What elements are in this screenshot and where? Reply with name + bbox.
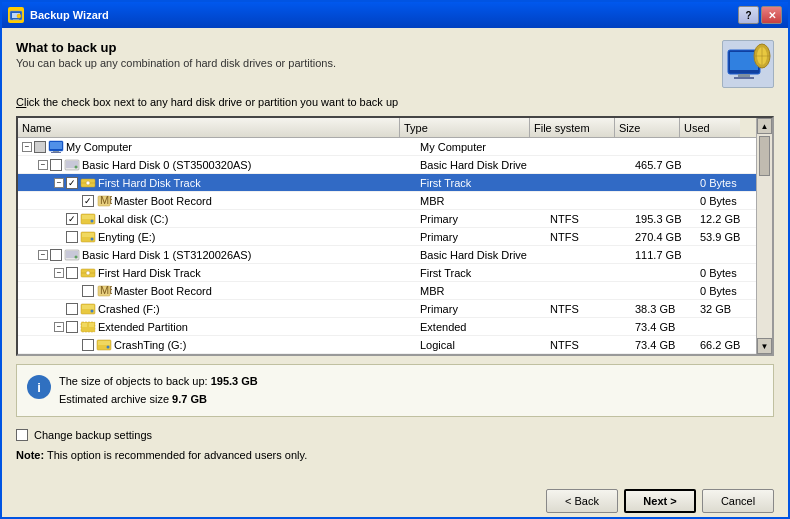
table-row: − Extended Partition Extended 73.4 GB [18, 318, 756, 336]
checkbox[interactable] [66, 231, 78, 243]
col-fs[interactable]: File system [530, 118, 615, 137]
size-cell: 38.3 GB [631, 302, 696, 316]
expand-btn[interactable]: − [38, 160, 48, 170]
size-value: 195.3 GB [211, 375, 258, 387]
used-cell [696, 146, 756, 148]
size-cell: 73.4 GB [631, 320, 696, 334]
expand-btn[interactable]: − [54, 322, 64, 332]
type-cell: First Track [416, 176, 546, 190]
expand-btn[interactable]: − [54, 178, 64, 188]
checkbox[interactable] [66, 177, 78, 189]
archive-label: Estimated archive size [59, 393, 169, 405]
size-cell: 465.7 GB [631, 158, 696, 172]
track-icon [80, 266, 96, 280]
svg-rect-45 [98, 341, 110, 345]
mbr-icon: MBR [96, 194, 112, 208]
fs-cell: NTFS [546, 338, 631, 352]
size-info: The size of objects to back up: 195.3 GB [59, 373, 258, 391]
scroll-down-btn[interactable]: ▼ [757, 338, 772, 354]
next-button[interactable]: Next > [624, 489, 696, 513]
page-subtitle: You can back up any combination of hard … [16, 57, 336, 69]
footer: < Back Next > Cancel [2, 481, 788, 519]
settings-label: Change backup settings [34, 429, 152, 441]
svg-rect-39 [82, 305, 94, 309]
name-cell: Lokal disk (C:) [18, 211, 416, 227]
checkbox[interactable] [66, 267, 78, 279]
header-section: What to back up You can back up any comb… [16, 40, 774, 88]
scroll-thumb[interactable] [759, 136, 770, 176]
settings-checkbox[interactable] [16, 429, 28, 441]
checkbox[interactable] [50, 159, 62, 171]
item-label: CrashTing (G:) [114, 339, 186, 351]
svg-rect-6 [738, 74, 750, 77]
col-used[interactable]: Used [680, 118, 740, 137]
name-cell: MBR Master Boot Record [18, 283, 416, 299]
item-label: Lokal disk (C:) [98, 213, 168, 225]
note-text: Note: This option is recommended for adv… [16, 449, 307, 461]
used-cell: 32 GB [696, 302, 756, 316]
close-button[interactable]: ✕ [761, 6, 782, 24]
col-name[interactable]: Name [18, 118, 400, 137]
svg-rect-2 [13, 19, 19, 20]
checkbox[interactable] [82, 285, 94, 297]
scroll-up-btn[interactable]: ▲ [757, 118, 772, 134]
computer-icon [48, 140, 64, 154]
svg-text:MBR: MBR [100, 194, 112, 206]
item-label: Basic Hard Disk 0 (ST3500320AS) [82, 159, 251, 171]
col-type[interactable]: Type [400, 118, 530, 137]
expand-btn[interactable]: − [22, 142, 32, 152]
size-cell [631, 200, 696, 202]
svg-rect-7 [734, 77, 754, 79]
item-label: Master Boot Record [114, 195, 212, 207]
size-cell [631, 182, 696, 184]
svg-point-21 [86, 181, 90, 185]
svg-point-29 [91, 237, 94, 240]
name-cell: − First Hard Disk Track [18, 265, 416, 281]
help-button[interactable]: ? [738, 6, 759, 24]
type-cell: Primary [416, 230, 546, 244]
item-label: Extended Partition [98, 321, 188, 333]
main-content: What to back up You can back up any comb… [2, 28, 788, 473]
expand-btn[interactable]: − [54, 268, 64, 278]
fs-cell [546, 182, 631, 184]
size-cell [631, 290, 696, 292]
name-cell: − My Computer [18, 139, 416, 155]
checkbox[interactable] [34, 141, 46, 153]
checkbox[interactable] [66, 321, 78, 333]
disk-icon [64, 248, 80, 262]
checkbox[interactable] [82, 195, 94, 207]
svg-rect-13 [50, 142, 62, 149]
scroll-track[interactable] [757, 134, 772, 338]
scrollbar[interactable]: ▲ ▼ [756, 118, 772, 354]
disk-icon [64, 158, 80, 172]
col-size[interactable]: Size [615, 118, 680, 137]
header-icon [722, 40, 774, 88]
fs-cell [546, 272, 631, 274]
table-row: − Basic Hard Disk 0 (ST3500320AS) Basic … [18, 156, 756, 174]
title-bar-left: Backup Wizard [8, 7, 109, 23]
svg-point-46 [107, 345, 110, 348]
table-row: Lokal disk (C:) Primary NTFS 195.3 GB 12… [18, 210, 756, 228]
item-label: First Hard Disk Track [98, 177, 201, 189]
checkbox[interactable] [66, 303, 78, 315]
type-cell: Primary [416, 212, 546, 226]
item-label: My Computer [66, 141, 132, 153]
type-cell: My Computer [416, 140, 546, 154]
back-button[interactable]: < Back [546, 489, 618, 513]
mbr-icon: MBR [96, 284, 112, 298]
checkbox[interactable] [50, 249, 62, 261]
checkbox[interactable] [82, 339, 94, 351]
checkbox[interactable] [66, 213, 78, 225]
fs-cell [546, 164, 631, 166]
info-icon: i [27, 375, 51, 399]
table-row: Enyting (E:) Primary NTFS 270.4 GB 53.9 … [18, 228, 756, 246]
expand-btn[interactable]: − [38, 250, 48, 260]
tree-container[interactable]: Name Type File system Size Used − [16, 116, 774, 356]
svg-rect-28 [82, 233, 94, 237]
table-row: Crashed (F:) Primary NTFS 38.3 GB 32 GB [18, 300, 756, 318]
cancel-button[interactable]: Cancel [702, 489, 774, 513]
used-cell [696, 164, 756, 166]
size-label: The size of objects to back up: [59, 375, 208, 387]
svg-rect-25 [82, 215, 94, 219]
svg-point-26 [91, 219, 94, 222]
